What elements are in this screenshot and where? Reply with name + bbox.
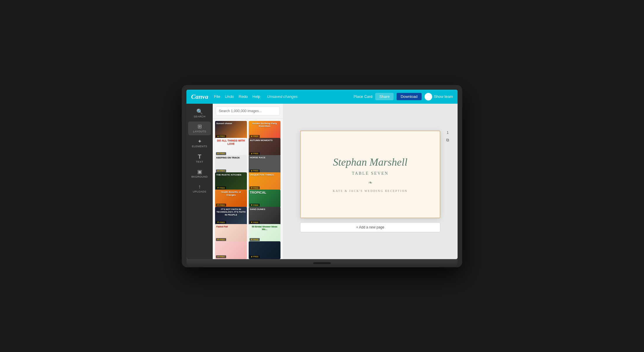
template-title: Sunset chaser	[215, 121, 233, 126]
template-title: 50 Bridal Shower Ideas We...	[249, 224, 281, 232]
template-card[interactable]: Health Benefits of Oranges ♛ FREE	[215, 190, 247, 207]
search-bar	[213, 104, 283, 119]
template-title: TROPICAL	[249, 190, 267, 196]
free-badge: ♛ FREE	[216, 204, 226, 207]
laptop-screen: Canva File Undo Redo Help Unsaved change…	[186, 90, 458, 259]
file-menu[interactable]: File	[214, 94, 220, 99]
template-title: Golden Birthday Party Essentials	[249, 121, 281, 129]
template-card[interactable]: SAND DUNES ♛ FREE	[249, 207, 281, 225]
laptop-frame: Canva File Undo Redo Help Unsaved change…	[182, 85, 462, 267]
free-badge: ♛ FREE	[250, 238, 260, 241]
template-card[interactable]: THE RUSTIC KITCHEN ♛ FREE	[215, 172, 247, 190]
free-badge: ♛ FREE	[250, 255, 260, 258]
sidebar-item-elements[interactable]: ✦ ELEMENTS	[188, 136, 211, 150]
free-badge: ♛ FREE	[250, 221, 260, 224]
free-badge: ♛ FREE	[250, 204, 260, 207]
place-card-divider: ❧	[368, 179, 373, 186]
sidebar-item-background[interactable]: ▣ BKGROUND	[188, 167, 211, 181]
background-icon: ▣	[197, 169, 202, 174]
template-card[interactable]: HORSE RACE ♛ FREE	[249, 155, 281, 173]
free-badge: ♛ FREE	[216, 221, 226, 224]
template-card[interactable]: Faded Fall ♛ FREE	[215, 224, 247, 242]
template-title: KEEPING ON TRACK	[215, 155, 241, 160]
place-card[interactable]: Stephan Marshell TABLE SEVEN ❧ KATE & JA…	[300, 131, 440, 218]
free-badge: ♛ FREE	[216, 169, 226, 172]
template-title: HORSE RACE	[249, 155, 266, 160]
template-card[interactable]: KEEPING ON TRACK ♛ FREE	[215, 155, 247, 173]
templates-grid: Sunset chaser ♛ FREE Golden Birthday Par…	[213, 119, 283, 259]
laptop-notch	[313, 262, 331, 264]
sidebar-label-text: TEXT	[196, 160, 203, 163]
sidebar: 🔍 SEARCH ⊞ LAYOUTS ✦ ELEMENTS T TEXT ▣	[186, 104, 213, 259]
text-icon: T	[198, 154, 201, 159]
free-badge: ♛ FREE	[216, 255, 226, 258]
template-title: DO ALL THINGS WITH LOVE	[215, 138, 247, 147]
help-menu[interactable]: Help	[252, 94, 260, 99]
place-card-table: TABLE SEVEN	[352, 171, 389, 176]
sidebar-label-background: BKGROUND	[191, 175, 208, 178]
template-title: Faded Fall	[215, 224, 229, 229]
template-title: Health Benefits of Oranges	[215, 190, 247, 197]
main-content: 🔍 SEARCH ⊞ LAYOUTS ✦ ELEMENTS T TEXT ▣	[186, 104, 458, 259]
sidebar-item-uploads[interactable]: ↑ UPLOADS	[188, 182, 211, 195]
free-badge: ♛ FREE	[250, 169, 260, 172]
add-page-button[interactable]: + Add a new page	[300, 222, 440, 232]
sidebar-label-search: SEARCH	[194, 115, 206, 118]
layouts-icon: ⊞	[198, 124, 202, 129]
template-title: THE RUSTIC KITCHEN	[215, 172, 243, 178]
template-title: SAND DUNES	[249, 207, 266, 212]
undo-button[interactable]: Undo	[225, 94, 234, 99]
template-card[interactable]: DO ALL THINGS WITH LOVE ♛ FREE	[215, 138, 247, 156]
sidebar-label-uploads: UPLOADS	[193, 190, 207, 193]
free-badge: ♛ FREE	[250, 152, 260, 155]
duplicate-page-icon[interactable]: ⧉	[446, 138, 449, 143]
elements-icon: ✦	[198, 139, 202, 144]
show-team-button[interactable]: Show team	[425, 93, 453, 100]
template-title: UNIQUE FUN THINGS	[249, 172, 275, 178]
template-card[interactable]: IT'S NOT FAITH IN TECHNOLOGY, IT'S FAITH…	[215, 207, 247, 225]
download-button[interactable]: Download	[397, 93, 422, 100]
page-number: 1	[447, 131, 449, 135]
topbar-nav: File Undo Redo Help Unsaved changes	[214, 94, 354, 99]
template-card[interactable]: TROPICAL ♛ FREE	[249, 190, 281, 207]
free-badge: ♛ FREE	[250, 186, 260, 189]
template-card[interactable]: AUTUMN MOMENTS ♛ FREE	[249, 138, 281, 156]
canvas-area: Stephan Marshell TABLE SEVEN ❧ KATE & JA…	[283, 104, 458, 259]
templates-panel: Sunset chaser ♛ FREE Golden Birthday Par…	[213, 104, 283, 259]
template-card[interactable]: Golden Birthday Party Essentials ♛ FREE	[249, 121, 281, 139]
page-number-bar: 1 ⧉	[446, 131, 449, 143]
template-title: IT'S NOT FAITH IN TECHNOLOGY, IT'S FAITH…	[215, 207, 247, 218]
show-team-label: Show team	[434, 94, 453, 99]
search-icon: 🔍	[196, 109, 203, 114]
free-badge: ♛ FREE	[216, 152, 226, 155]
topbar-right: Place Card Share Download Show team	[354, 93, 453, 100]
free-badge: ♛ FREE	[250, 135, 260, 138]
sidebar-item-text[interactable]: T TEXT	[188, 151, 211, 166]
topbar: Canva File Undo Redo Help Unsaved change…	[186, 90, 458, 104]
avatar	[425, 93, 432, 100]
sidebar-label-layouts: LAYOUTS	[193, 130, 206, 133]
laptop-base	[186, 259, 458, 267]
document-type-label: Place Card	[354, 94, 372, 99]
template-title: AUTUMN MOMENTS	[249, 138, 274, 143]
template-card[interactable]: ♛ FREE	[215, 241, 247, 259]
free-badge: ♛ FREE	[216, 135, 226, 138]
free-badge: ♛ FREE	[216, 186, 226, 189]
sidebar-item-layouts[interactable]: ⊞ LAYOUTS	[188, 122, 211, 135]
canvas-wrapper: Stephan Marshell TABLE SEVEN ❧ KATE & JA…	[300, 131, 440, 218]
search-input[interactable]	[216, 107, 280, 115]
uploads-icon: ↑	[198, 184, 201, 189]
template-card[interactable]: 50 Bridal Shower Ideas We... ♛ FREE	[249, 224, 281, 242]
canva-logo[interactable]: Canva	[191, 93, 208, 100]
redo-button[interactable]: Redo	[239, 94, 248, 99]
sidebar-label-elements: ELEMENTS	[192, 145, 207, 148]
template-card[interactable]: UNIQUE FUN THINGS ♛ FREE	[249, 172, 281, 190]
unsaved-changes: Unsaved changes	[267, 94, 298, 99]
share-button[interactable]: Share	[375, 93, 394, 100]
sidebar-item-search[interactable]: 🔍 SEARCH	[188, 107, 211, 120]
template-card[interactable]: Sunset chaser ♛ FREE	[215, 121, 247, 139]
template-card[interactable]: ♛ FREE	[249, 241, 281, 259]
place-card-name: Stephan Marshell	[333, 156, 408, 168]
place-card-subtitle: KATE & JACK'S WEDDING RECEPTION	[333, 189, 408, 193]
free-badge: ♛ FREE	[216, 238, 226, 241]
